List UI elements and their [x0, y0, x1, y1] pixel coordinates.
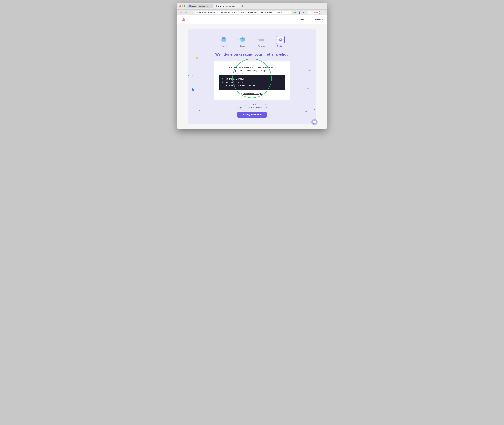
svg-rect-28	[261, 39, 264, 41]
connect-icon	[219, 36, 228, 44]
account-chevron-icon: ▾	[322, 19, 323, 21]
step-subset-label: Subset	[240, 45, 245, 47]
info-card: To access your snapshots, you'll need to…	[214, 61, 290, 100]
tab-2[interactable]: S Snapshot Quick Start Guide - ✕	[214, 4, 240, 8]
profile-icon[interactable]: 👤	[298, 11, 301, 14]
deco-star-small-blue: ★	[307, 87, 310, 90]
deco-squiggle-teal-right	[314, 108, 316, 111]
connector-1	[228, 40, 238, 40]
tab-close-1[interactable]: ✕	[210, 5, 212, 7]
step-transform-label: Transform	[258, 45, 265, 47]
finish-update-button[interactable]: Finish update	[307, 11, 320, 14]
subset-icon	[238, 36, 247, 44]
svg-text:★: ★	[315, 85, 316, 88]
tab-close-2[interactable]: ✕	[237, 5, 239, 7]
step-connect: Connect	[219, 36, 228, 47]
connector-2	[247, 40, 257, 40]
new-tab-button[interactable]: +	[241, 4, 244, 8]
main-content: ★ 6 ☆ ✚	[177, 24, 327, 129]
lock-icon: 🔒	[196, 12, 198, 13]
svg-text:★: ★	[307, 87, 309, 90]
deco-diamond-outline	[309, 69, 311, 72]
help-link[interactable]: Help	[308, 19, 312, 21]
restore-icon	[276, 36, 285, 44]
svg-point-1	[183, 19, 183, 20]
url-text: app.snaplet.dev/o/clopj420o05nkly5w9l90l…	[199, 12, 287, 13]
prompt-2: $	[222, 81, 223, 84]
step-connect-label: Connect	[221, 45, 227, 47]
url-bar[interactable]: 🔒 app.snaplet.dev/o/clopj420o05nkly5w9l9…	[194, 11, 292, 14]
svg-rect-10	[309, 69, 311, 71]
svg-rect-6	[192, 88, 194, 91]
docs-link[interactable]: Docs	[300, 19, 305, 21]
bookmark-icon[interactable]: ☆	[288, 11, 290, 13]
terminal-line-2: $ npx snaplet setup	[222, 81, 282, 84]
app-header: Docs Help Account ▾	[177, 15, 327, 24]
onboarding-outer: ★ 6 ☆ ✚	[188, 29, 316, 124]
svg-rect-22	[222, 37, 225, 38]
traffic-lights	[179, 5, 186, 7]
address-bar: ← → ↻ 🔒 app.snaplet.dev/o/clopj420o05nkl…	[177, 10, 327, 15]
prompt-1: $	[222, 77, 223, 81]
deco-squiggle-teal	[188, 74, 193, 77]
account-menu[interactable]: Account ▾	[315, 19, 323, 21]
window-expand-icon[interactable]: ⌄	[323, 5, 325, 7]
terminal-block: $ npm install snaplet $ npx snaplet setu…	[219, 75, 285, 90]
tab-favicon-1: S	[189, 5, 191, 7]
onboarding-card: ★ 6 ☆ ✚	[188, 29, 316, 124]
transform-icon: ≫	[257, 36, 266, 44]
svg-text:★: ★	[196, 56, 198, 59]
progress-steps: Connect	[193, 36, 311, 47]
svg-rect-14	[310, 92, 312, 95]
deco-star-outline-right: ☆	[305, 109, 309, 113]
menu-icon[interactable]: ⋮	[321, 11, 325, 14]
svg-text:≫: ≫	[260, 39, 261, 40]
connector-3	[266, 40, 276, 40]
step-restore: Restore	[276, 36, 285, 47]
refresh-button[interactable]: ↻	[189, 11, 193, 14]
dashboard-button[interactable]: Go to my dashboard >	[237, 112, 267, 118]
page-content: Docs Help Account ▾	[177, 15, 327, 129]
svg-point-26	[241, 37, 245, 40]
deco-star-outline-left: ☆	[198, 109, 202, 113]
terminal-line-3: $ npx snaplet snapshot restore	[222, 84, 282, 87]
svg-text:☆: ☆	[305, 110, 307, 113]
minimize-button[interactable]	[182, 5, 183, 7]
footer-info: For more information about your snapshot…	[193, 104, 311, 109]
tab-1[interactable]: S Snaplet | Onboarding: Restore... ✕	[187, 4, 213, 8]
browser-actions: 🧩 👤 ▭ Finish update ⋮	[293, 11, 325, 14]
forward-button[interactable]: →	[184, 11, 188, 14]
cmd-2: npx snaplet setup	[224, 81, 243, 84]
step-subset: Subset	[238, 36, 247, 47]
tabs-area: S Snaplet | Onboarding: Restore... ✕ S S…	[187, 4, 322, 8]
tab-label-2: Snapshot Quick Start Guide -	[218, 5, 235, 7]
account-label: Account	[315, 19, 321, 21]
logo[interactable]	[181, 17, 186, 22]
step-transform: ≫ Transform	[257, 36, 266, 47]
tab-label-1: Snaplet | Onboarding: Restore...	[191, 5, 209, 7]
cmd-1: npm install snaplet	[224, 77, 245, 81]
title-bar: S Snaplet | Onboarding: Restore... ✕ S S…	[177, 3, 327, 10]
svg-point-34	[280, 39, 281, 40]
deco-diamond-outline-2	[310, 92, 312, 95]
back-button[interactable]: ←	[179, 11, 183, 14]
chat-button[interactable]: 💬	[311, 119, 318, 125]
header-nav: Docs Help Account ▾	[300, 19, 323, 21]
or-text: or read the quickstart guide	[219, 93, 285, 95]
deco-square-blue	[192, 88, 194, 92]
maximize-button[interactable]	[184, 5, 186, 7]
browser-window: S Snaplet | Onboarding: Restore... ✕ S S…	[177, 3, 327, 129]
svg-point-2	[184, 19, 185, 20]
deco-star-blue: ★	[315, 84, 316, 89]
tab-favicon-2: S	[215, 5, 217, 7]
page-heading: Well done on creating your first snapsho…	[193, 52, 311, 56]
step-restore-label: Restore	[277, 45, 283, 47]
close-button[interactable]	[179, 5, 181, 7]
sidebar-icon[interactable]: ▭	[302, 11, 306, 14]
info-text: To access your snapshots, you'll need to…	[219, 66, 285, 72]
quickstart-link[interactable]: read the quickstart guide	[243, 93, 263, 95]
extensions-icon[interactable]: 🧩	[293, 11, 297, 14]
cmd-3: npx snaplet snapshot restore	[224, 84, 255, 87]
svg-text:☆: ☆	[198, 110, 201, 113]
prompt-3: $	[222, 84, 223, 87]
